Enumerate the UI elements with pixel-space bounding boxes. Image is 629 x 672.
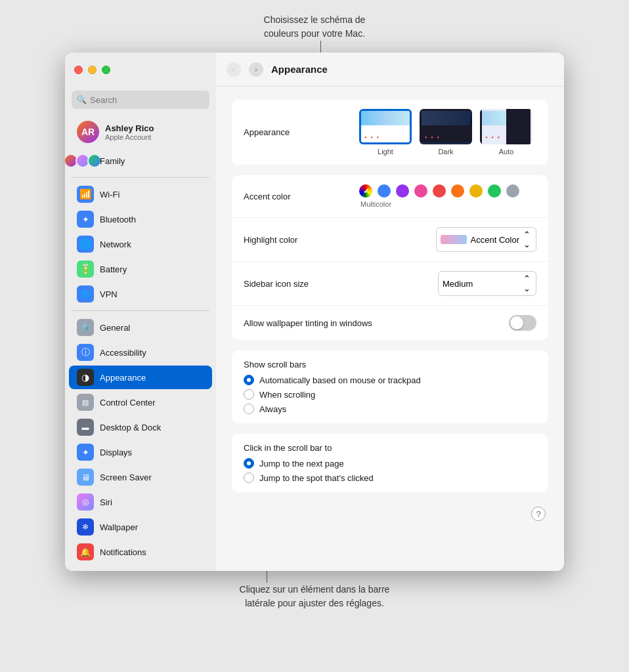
scroll-bars-always[interactable]: Always (244, 404, 536, 414)
window-titlebar (65, 52, 216, 87)
accent-color-section: Accent color (232, 175, 548, 340)
click-scroll-next-page-label: Jump to the next page (259, 459, 344, 469)
wallpaper-tinting-control (383, 315, 536, 331)
sidebar-divider-2 (72, 310, 209, 311)
desktop-dock-icon: ▬ (77, 419, 94, 436)
general-icon: ⚙️ (77, 319, 94, 336)
highlight-color-dropdown[interactable]: Accent Color ⌃⌄ (436, 227, 536, 252)
appearance-icon: ◑ (77, 369, 94, 386)
sidebar-icon-size-label: Sidebar icon size (244, 279, 349, 289)
auto-label: Auto (499, 148, 514, 156)
appearance-row: Appearance Light Dark (232, 100, 548, 165)
wallpaper-icon: ❄ (77, 518, 94, 536)
search-bar[interactable]: 🔍 (72, 91, 209, 109)
user-sub: Apple Account (105, 133, 154, 141)
wallpaper-tinting-toggle[interactable] (509, 315, 536, 331)
help-button[interactable]: ? (531, 507, 546, 521)
sidebar-item-accessibility[interactable]: ⓘ Accessibility (69, 341, 212, 364)
scroll-bars-always-radio[interactable] (244, 404, 254, 414)
scroll-bars-scrolling-label: When scrolling (259, 390, 315, 400)
scroll-bars-auto-radio[interactable] (244, 375, 254, 385)
scroll-bars-always-label: Always (259, 404, 286, 414)
main-content: ‹ › Appearance Appearance Light (216, 52, 564, 571)
sidebar-item-label: Desktop & Dock (100, 423, 161, 432)
system-preferences-window: 🔍 AR Ashley Rico Apple Account Family (65, 52, 564, 571)
accent-orange[interactable] (451, 184, 464, 198)
forward-button[interactable]: › (249, 62, 263, 77)
notifications-icon: 🔔 (77, 543, 94, 560)
accent-red[interactable] (433, 184, 446, 198)
click-scroll-next-page-radio[interactable] (244, 458, 254, 469)
sidebar-item-label: Wi-Fi (100, 190, 119, 200)
tooltip-top: Choisissez le schéma de couleurs pour vo… (264, 13, 366, 41)
main-titlebar: ‹ › Appearance (216, 52, 564, 87)
sidebar-item-displays[interactable]: ✦ Displays (69, 440, 212, 464)
click-scroll-clicked-spot-radio[interactable] (244, 472, 254, 483)
screen-saver-icon: 🖥 (77, 469, 94, 486)
accent-multicolor[interactable] (359, 184, 372, 198)
sidebar-icon-size-dropdown[interactable]: Medium ⌃⌄ (438, 271, 536, 296)
back-button[interactable]: ‹ (227, 62, 241, 77)
sidebar-item-user[interactable]: AR Ashley Rico Apple Account (69, 116, 212, 148)
dark-label: Dark (438, 148, 453, 156)
close-button[interactable] (74, 66, 83, 74)
user-name: Ashley Rico (105, 123, 154, 133)
appearance-light[interactable]: Light (359, 109, 412, 156)
tooltip-bottom-text: Cliquez sur un élément dans la barre (240, 584, 390, 595)
dropdown-chevron: ⌃⌄ (523, 230, 531, 249)
sidebar-item-battery[interactable]: 🔋 Battery (69, 257, 212, 281)
sidebar-item-wifi[interactable]: 📶 Wi-Fi (69, 182, 212, 206)
sidebar: 🔍 AR Ashley Rico Apple Account Family (65, 52, 216, 571)
sidebar-item-appearance[interactable]: ◑ Appearance (69, 366, 212, 389)
dark-thumbnail[interactable] (420, 109, 472, 144)
sidebar-item-family[interactable]: Family (69, 149, 212, 173)
sidebar-icon-size-row: Sidebar icon size Medium ⌃⌄ (232, 262, 548, 306)
sidebar-item-desktop-dock[interactable]: ▬ Desktop & Dock (69, 415, 212, 439)
accent-blue[interactable] (378, 184, 391, 198)
accent-green[interactable] (488, 184, 501, 198)
sidebar-item-label: VPN (100, 289, 118, 299)
appearance-label: Appearance (244, 127, 349, 137)
vpn-icon: 🌐 (77, 285, 94, 303)
sidebar-item-vpn[interactable]: 🌐 VPN (69, 282, 212, 306)
scroll-bars-auto[interactable]: Automatically based on mouse or trackpad (244, 375, 536, 385)
sidebar-item-wallpaper[interactable]: ❄ Wallpaper (69, 515, 212, 539)
sidebar-item-screen-saver[interactable]: 🖥 Screen Saver (69, 465, 212, 489)
appearance-options: Light Dark Auto (359, 109, 532, 156)
light-thumbnail[interactable] (359, 109, 412, 144)
sidebar-item-label: Screen Saver (100, 472, 152, 482)
maximize-button[interactable] (102, 66, 110, 74)
search-input[interactable] (90, 95, 204, 105)
sidebar-item-network[interactable]: 🌐 Network (69, 232, 212, 256)
accent-graphite[interactable] (506, 184, 519, 198)
click-scroll-clicked-spot[interactable]: Jump to the spot that's clicked (244, 472, 536, 483)
tooltip-top-text2: couleurs pour votre Mac. (264, 28, 365, 39)
sidebar-item-general[interactable]: ⚙️ General (69, 316, 212, 339)
highlight-value: Accent Color (471, 235, 519, 245)
sidebar-item-notifications[interactable]: 🔔 Notifications (69, 540, 212, 564)
sidebar-item-control-center[interactable]: ▤ Control Center (69, 390, 212, 414)
accent-color-row: Accent color (232, 175, 548, 218)
scroll-bars-scrolling[interactable]: When scrolling (244, 389, 536, 400)
accent-yellow[interactable] (469, 184, 483, 198)
appearance-dark[interactable]: Dark (420, 109, 472, 156)
sidebar-item-label: Control Center (100, 398, 156, 408)
sidebar-item-siri[interactable]: ◎ Siri (69, 490, 212, 514)
sidebar-item-bluetooth[interactable]: ✦ Bluetooth (69, 207, 212, 231)
click-scroll-section: Click in the scroll bar to Jump to the n… (232, 434, 548, 492)
sidebar-item-label: Siri (100, 497, 112, 507)
family-icon (77, 152, 94, 169)
scroll-bars-scrolling-radio[interactable] (244, 389, 254, 400)
accent-pink[interactable] (414, 184, 427, 198)
appearance-auto[interactable]: Auto (480, 109, 532, 156)
page-title: Appearance (271, 64, 328, 75)
accessibility-icon: ⓘ (77, 344, 94, 361)
tooltip-bottom: Cliquez sur un élément dans la barre lat… (240, 583, 390, 610)
auto-thumbnail[interactable] (480, 109, 532, 144)
minimize-button[interactable] (88, 66, 97, 74)
sidebar-icon-size-control: Medium ⌃⌄ (359, 271, 536, 296)
sidebar-item-label: Family (100, 156, 125, 166)
accent-purple[interactable] (396, 184, 409, 198)
accent-colors (359, 184, 519, 198)
click-scroll-next-page[interactable]: Jump to the next page (244, 458, 536, 469)
